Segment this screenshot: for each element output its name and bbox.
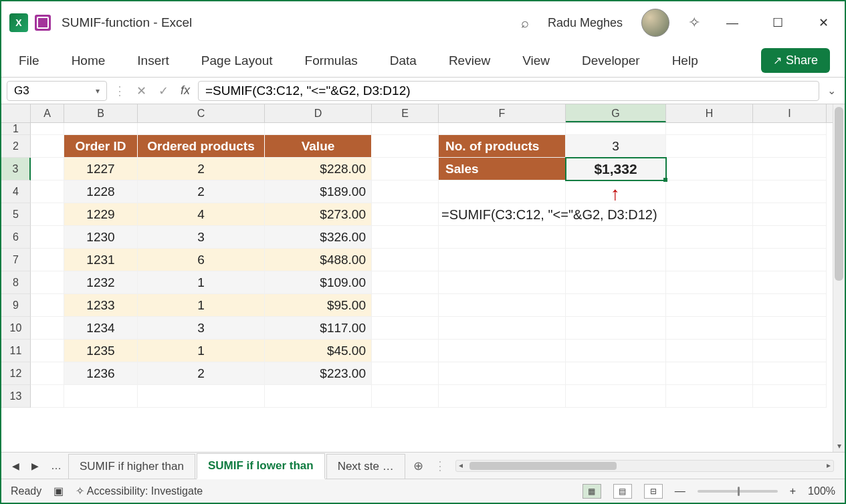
document-title: SUMIF-function - Excel xyxy=(62,15,192,30)
annotation-arrow-icon: ↑ xyxy=(611,183,620,205)
sheet-nav-next-icon[interactable]: ▶ xyxy=(26,461,44,471)
sheet-tab-prev[interactable]: SUMIF if higher than xyxy=(68,454,195,479)
name-box[interactable]: G3▾ xyxy=(7,81,107,101)
table-row[interactable]: 1234 xyxy=(64,317,138,340)
user-name: Radu Meghes xyxy=(548,16,623,30)
table-row[interactable]: 1231 xyxy=(64,249,138,271)
column-header-F[interactable]: F xyxy=(439,104,566,122)
excel-app-icon: X xyxy=(9,13,28,32)
save-icon[interactable] xyxy=(35,15,51,31)
zoom-out-button[interactable]: — xyxy=(675,485,685,497)
table-row[interactable]: 1230 xyxy=(64,226,138,249)
table-header-order-id[interactable]: Order ID xyxy=(64,135,138,158)
row-header-12[interactable]: 12 xyxy=(1,362,31,385)
vertical-scrollbar[interactable]: ▴ ▾ xyxy=(833,104,845,452)
row-header-13[interactable]: 13 xyxy=(1,385,31,408)
search-icon[interactable]: ⌕ xyxy=(521,15,529,31)
zoom-slider[interactable] xyxy=(698,490,778,493)
label-no-of-products[interactable]: No. of products xyxy=(439,135,566,158)
tab-help[interactable]: Help xyxy=(669,48,701,74)
table-header-ordered-products[interactable]: Ordered products xyxy=(138,135,265,158)
row-header-9[interactable]: 9 xyxy=(1,294,31,317)
sheet-tab-active[interactable]: SUMIF if lower than xyxy=(197,453,325,479)
sheet-overflow[interactable]: … xyxy=(45,460,67,472)
select-all-corner[interactable] xyxy=(1,104,31,122)
column-header-D[interactable]: D xyxy=(265,104,372,122)
row-header-3[interactable]: 3 xyxy=(1,158,31,180)
tab-review[interactable]: Review xyxy=(446,48,493,74)
view-page-layout-icon[interactable]: ▤ xyxy=(613,484,632,499)
annotation-formula-text: =SUMIF(C3:C12, "<="&G2, D3:D12) xyxy=(441,207,657,223)
column-header-G[interactable]: G xyxy=(566,104,666,122)
row-header-2[interactable]: 2 xyxy=(1,135,31,158)
tab-home[interactable]: Home xyxy=(69,48,108,74)
macro-record-icon[interactable]: ▣ xyxy=(54,485,64,497)
scrollbar-thumb[interactable] xyxy=(835,107,843,281)
zoom-in-button[interactable]: + xyxy=(790,485,796,497)
table-row[interactable]: 1228 xyxy=(64,180,138,203)
tab-data[interactable]: Data xyxy=(387,48,419,74)
scroll-down-icon[interactable]: ▾ xyxy=(833,441,845,451)
status-bar: Ready ▣ ✧ Accessibility: Investigate ▦ ▤… xyxy=(1,479,845,503)
row-header-8[interactable]: 8 xyxy=(1,271,31,294)
formula-input[interactable]: =SUMIF(C3:C12, "<="&G2, D3:D12) xyxy=(198,81,819,101)
value-no-of-products[interactable]: 3 xyxy=(566,135,666,158)
copilot-icon[interactable]: ✧ xyxy=(688,14,700,31)
minimize-button[interactable]: — xyxy=(719,16,746,30)
chevron-down-icon[interactable]: ▾ xyxy=(96,86,100,96)
maximize-button[interactable]: ☐ xyxy=(764,15,791,30)
close-button[interactable]: ✕ xyxy=(810,15,837,30)
scroll-right-icon[interactable]: ▸ xyxy=(827,461,831,470)
row-header-11[interactable]: 11 xyxy=(1,340,31,362)
tab-view[interactable]: View xyxy=(520,48,552,74)
fx-icon[interactable]: fx xyxy=(177,84,194,98)
accept-formula-icon[interactable]: ✓ xyxy=(154,84,173,98)
zoom-level[interactable]: 100% xyxy=(808,485,835,497)
scrollbar-thumb[interactable] xyxy=(469,462,617,470)
tab-page-layout[interactable]: Page Layout xyxy=(199,48,276,74)
label-sales[interactable]: Sales xyxy=(439,158,566,180)
user-avatar[interactable] xyxy=(641,9,669,37)
cancel-formula-icon[interactable]: ✕ xyxy=(132,84,150,98)
status-ready: Ready xyxy=(11,485,41,497)
horizontal-scrollbar[interactable]: ◂ ▸ xyxy=(455,460,834,472)
column-header-I[interactable]: I xyxy=(753,104,827,122)
table-row[interactable]: 1236 xyxy=(64,362,138,385)
spreadsheet-grid[interactable]: ABCDEFGHI 12345678910111213 Order IDOrde… xyxy=(1,104,845,452)
scroll-left-icon[interactable]: ◂ xyxy=(459,461,463,470)
tab-insert[interactable]: Insert xyxy=(134,48,172,74)
view-page-break-icon[interactable]: ⊟ xyxy=(644,484,663,499)
row-headers: 12345678910111213 xyxy=(1,123,31,408)
column-header-E[interactable]: E xyxy=(372,104,439,122)
accessibility-status[interactable]: ✧ Accessibility: Investigate xyxy=(76,485,203,497)
column-header-C[interactable]: C xyxy=(138,104,265,122)
column-header-A[interactable]: A xyxy=(31,104,64,122)
table-row[interactable]: 1235 xyxy=(64,340,138,362)
row-header-5[interactable]: 5 xyxy=(1,203,31,226)
sheet-nav-prev-icon[interactable]: ◀ xyxy=(7,461,25,471)
tab-developer[interactable]: Developer xyxy=(579,48,643,74)
sheet-tab-next[interactable]: Next ste … xyxy=(326,454,405,479)
tab-formulas[interactable]: Formulas xyxy=(302,48,360,74)
row-header-7[interactable]: 7 xyxy=(1,249,31,271)
formula-expand-icon[interactable]: ⌄ xyxy=(823,84,839,97)
add-sheet-icon[interactable]: ⊕ xyxy=(407,459,430,473)
column-header-B[interactable]: B xyxy=(64,104,138,122)
table-header-value[interactable]: Value xyxy=(265,135,372,158)
column-header-H[interactable]: H xyxy=(666,104,753,122)
tab-file[interactable]: File xyxy=(16,48,42,74)
row-header-10[interactable]: 10 xyxy=(1,317,31,340)
value-sales-selected-cell[interactable]: $1,332 xyxy=(566,158,666,180)
row-header-6[interactable]: 6 xyxy=(1,226,31,249)
row-header-4[interactable]: 4 xyxy=(1,180,31,203)
table-row[interactable]: 1233 xyxy=(64,294,138,317)
view-normal-icon[interactable]: ▦ xyxy=(583,484,601,499)
share-button[interactable]: Share xyxy=(761,48,830,73)
sheet-tab-bar: ◀ ▶ … SUMIF if higher than SUMIF if lowe… xyxy=(1,452,845,479)
divider: ⋮ xyxy=(431,459,449,473)
table-row[interactable]: 1229 xyxy=(64,203,138,226)
row-header-1[interactable]: 1 xyxy=(1,123,31,135)
table-row[interactable]: 1227 xyxy=(64,158,138,180)
cells-area[interactable]: Order IDOrdered productsValueNo. of prod… xyxy=(31,123,845,408)
table-row[interactable]: 1232 xyxy=(64,271,138,294)
